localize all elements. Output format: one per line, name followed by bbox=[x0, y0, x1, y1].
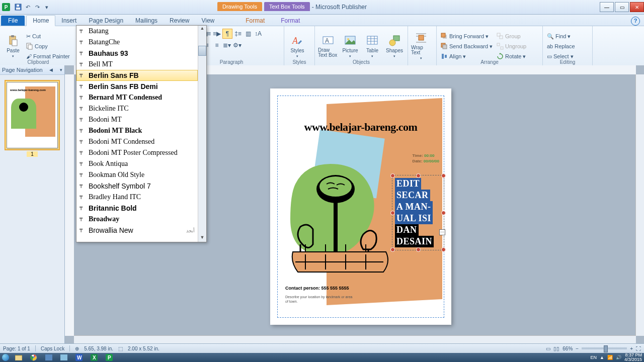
page[interactable]: www.belajar-bareng.com Time: 00:00 bbox=[270, 88, 451, 325]
tab-view[interactable]: View bbox=[195, 16, 220, 26]
tab-insert[interactable]: Insert bbox=[55, 16, 83, 26]
tab-home[interactable]: Home bbox=[26, 15, 55, 26]
overflow-indicator[interactable]: ⋯ bbox=[439, 229, 445, 235]
font-option[interactable]: ₸Bradley Hand ITC bbox=[76, 192, 198, 203]
handle-n[interactable] bbox=[416, 173, 421, 178]
font-option[interactable]: ₸Bookman Old Style bbox=[76, 169, 198, 180]
text-direction-icon[interactable]: ↕A bbox=[254, 29, 263, 38]
collapse-icon[interactable]: ◀ bbox=[49, 67, 53, 72]
handle-nw[interactable] bbox=[390, 173, 395, 178]
font-scrollbar[interactable]: ▲ ▼ bbox=[198, 26, 206, 242]
view-single-icon[interactable]: ▭ bbox=[546, 346, 550, 351]
save-icon[interactable] bbox=[14, 3, 22, 11]
taskbar-app1[interactable] bbox=[41, 353, 56, 362]
distribute-icon[interactable]: ≣▾ bbox=[222, 41, 231, 50]
maximize-button[interactable]: ▭ bbox=[615, 2, 629, 12]
flyer-contact-text[interactable]: Contact person: 555 555 5555 bbox=[285, 286, 349, 291]
close-button[interactable]: ✕ bbox=[630, 2, 644, 12]
font-option[interactable]: ₸Bodoni MT bbox=[76, 114, 198, 125]
taskbar-excel[interactable]: X bbox=[87, 353, 102, 362]
taskbar-clock[interactable]: 8:37 PM4/3/2015 bbox=[624, 353, 642, 362]
zoom-fit-icon[interactable]: ⛶ bbox=[636, 346, 641, 351]
taskbar-lang[interactable]: EN bbox=[591, 355, 597, 360]
taskbar-app2[interactable] bbox=[56, 353, 71, 362]
font-option[interactable]: ₸Bodoni MT Condensed bbox=[76, 136, 198, 147]
font-option[interactable]: ₸Berlin Sans FB Demi bbox=[76, 81, 198, 92]
line-spacing-icon[interactable]: ‡≡ bbox=[233, 29, 243, 38]
tray-volume-icon[interactable]: 🔊 bbox=[616, 355, 621, 360]
flyer-desc-text[interactable]: Describe your location by landmark or ar… bbox=[285, 295, 356, 304]
tab-review[interactable]: Review bbox=[164, 16, 195, 26]
paragraph-settings-icon[interactable]: ⚙▾ bbox=[232, 41, 242, 50]
view-two-icon[interactable]: ▯▯ bbox=[553, 346, 559, 351]
increase-indent-icon[interactable]: ≡▶ bbox=[212, 29, 221, 38]
font-option[interactable]: ₸Britannic Bold bbox=[76, 203, 198, 214]
horizontal-scrollbar[interactable] bbox=[74, 335, 636, 344]
vertical-scrollbar[interactable] bbox=[635, 74, 644, 336]
flyer-url-text[interactable]: www.belajar-bareng.com bbox=[270, 121, 451, 134]
tray-icon[interactable]: ▲ bbox=[600, 355, 604, 360]
wrap-text-button[interactable]: Wrap Text▾ bbox=[411, 27, 431, 65]
scroll-down-icon[interactable]: ▼ bbox=[198, 235, 206, 242]
font-option[interactable]: ₸Bauhaus 93 bbox=[76, 48, 198, 59]
tab-mailings[interactable]: Mailings bbox=[129, 16, 164, 26]
cut-button[interactable]: ✂Cut bbox=[25, 32, 71, 41]
send-backward-button[interactable]: Send Backward ▾ bbox=[440, 42, 494, 51]
vertical-ruler[interactable] bbox=[65, 74, 74, 336]
handle-s[interactable] bbox=[416, 247, 421, 252]
font-option[interactable]: ₸BatangChe bbox=[76, 37, 198, 48]
tab-format-textbox[interactable]: Format bbox=[275, 16, 306, 26]
font-option[interactable]: ₸Browallia Newأبجد bbox=[76, 225, 198, 236]
page-thumbnail[interactable]: www.belajar-bareng.com bbox=[5, 80, 60, 150]
zoom-slider[interactable] bbox=[582, 347, 627, 349]
font-option[interactable]: ₸Batang bbox=[76, 26, 198, 37]
minimize-button[interactable]: — bbox=[600, 2, 614, 12]
redo-icon[interactable]: ↷ bbox=[33, 3, 41, 11]
font-option[interactable]: ₸Book Antiqua bbox=[76, 158, 198, 169]
help-icon[interactable]: ? bbox=[631, 17, 640, 26]
taskbar-explorer[interactable] bbox=[11, 353, 26, 362]
paragraph-marks-icon[interactable]: ¶ bbox=[222, 29, 232, 39]
tray-network-icon[interactable]: 📶 bbox=[607, 355, 613, 360]
taskbar-publisher[interactable]: P bbox=[102, 353, 117, 362]
handle-e[interactable] bbox=[441, 211, 446, 215]
file-tab[interactable]: File bbox=[1, 16, 25, 26]
font-option[interactable]: ₸Bookshelf Symbol 7 bbox=[76, 180, 198, 192]
handle-sw[interactable] bbox=[390, 247, 395, 252]
scroll-thumb[interactable] bbox=[198, 46, 206, 56]
tab-format-drawing[interactable]: Format bbox=[239, 16, 271, 26]
qat-dropdown-icon[interactable]: ▾ bbox=[43, 3, 51, 11]
font-option[interactable]: ₸Bickeline ITC bbox=[76, 103, 198, 114]
taskbar-word[interactable]: W bbox=[71, 353, 87, 362]
font-option[interactable]: ₸Bernard MT Condensed bbox=[76, 92, 198, 103]
flyer-time-date[interactable]: Time: 00:00 Date: 00/00/00 bbox=[413, 153, 439, 164]
font-list[interactable]: ₸Batang₸BatangChe₸Bauhaus 93₸Bell MT₸Ber… bbox=[76, 26, 198, 242]
flyer-grill-clipart[interactable] bbox=[285, 154, 396, 285]
handle-ne[interactable] bbox=[441, 173, 446, 178]
zoom-slider-handle[interactable] bbox=[604, 345, 608, 352]
font-option[interactable]: ₸Bell MT bbox=[76, 59, 198, 70]
start-button[interactable] bbox=[0, 353, 11, 362]
taskbar-chrome[interactable] bbox=[26, 353, 41, 362]
replace-button[interactable]: abReplace bbox=[546, 42, 576, 51]
font-option[interactable]: ₸Broadway bbox=[76, 214, 198, 225]
undo-icon[interactable]: ↶ bbox=[24, 3, 32, 11]
status-page[interactable]: Page: 1 of 1 bbox=[3, 346, 30, 351]
tab-page-design[interactable]: Page Design bbox=[83, 16, 129, 26]
nav-menu-icon[interactable]: ▾ bbox=[60, 67, 62, 72]
columns-icon[interactable]: ▥ bbox=[244, 29, 253, 38]
bring-forward-button[interactable]: Bring Forward ▾ bbox=[440, 32, 494, 41]
flyer-selected-textbox[interactable]: EDITSECARA MAN-UAL ISIDANDESAIN ⋯ bbox=[395, 178, 441, 247]
handle-w[interactable] bbox=[390, 211, 395, 215]
context-tab-drawing[interactable]: Drawing Tools bbox=[217, 1, 262, 11]
font-option[interactable]: ₸Berlin Sans FB bbox=[76, 70, 198, 81]
copy-button[interactable]: Copy bbox=[25, 42, 71, 51]
handle-se[interactable] bbox=[441, 247, 446, 252]
zoom-in-button[interactable]: + bbox=[630, 346, 633, 351]
zoom-out-button[interactable]: − bbox=[576, 346, 579, 351]
context-tab-textbox[interactable]: Text Box Tools bbox=[264, 1, 310, 11]
status-zoom[interactable]: 66% bbox=[562, 346, 573, 351]
scroll-up-icon[interactable]: ▲ bbox=[198, 26, 206, 33]
font-option[interactable]: ₸Bodoni MT Poster Compressed bbox=[76, 147, 198, 158]
find-button[interactable]: 🔍Find ▾ bbox=[546, 32, 576, 41]
